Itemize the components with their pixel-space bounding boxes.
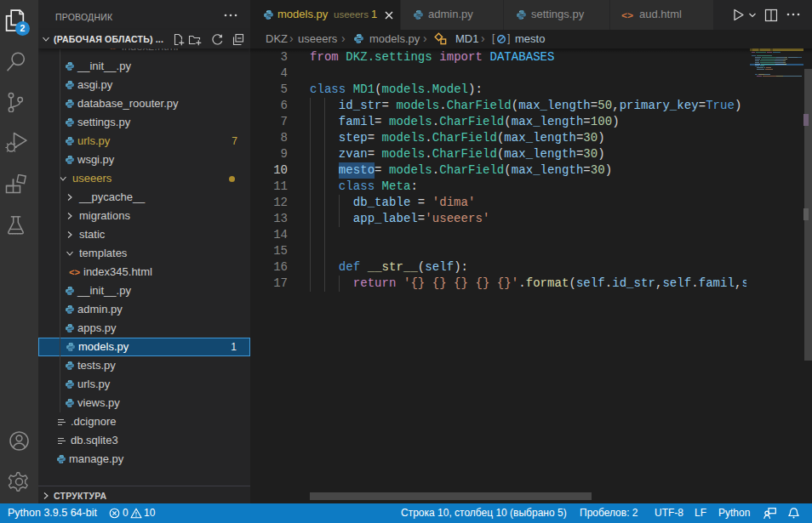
svg-text:<>: <> [621,10,633,21]
svg-text:<>: <> [69,268,81,278]
svg-text:<>: <> [107,48,119,53]
